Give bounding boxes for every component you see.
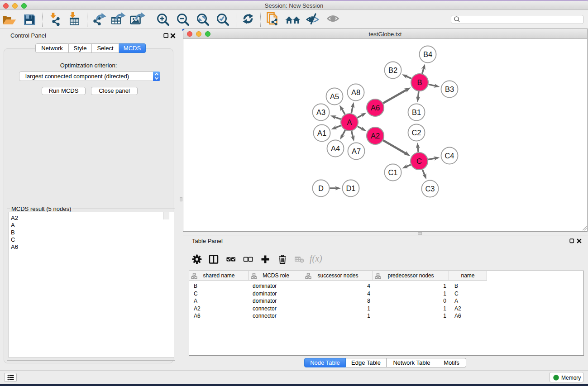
- svg-text:C3: C3: [425, 185, 435, 193]
- svg-text:C2: C2: [411, 129, 421, 137]
- svg-text:B2: B2: [388, 66, 397, 74]
- svg-text:A7: A7: [352, 147, 361, 155]
- svg-text:A5: A5: [330, 92, 339, 100]
- svg-text:A4: A4: [331, 144, 340, 152]
- svg-text:C4: C4: [445, 152, 454, 160]
- svg-text:A: A: [347, 118, 352, 126]
- svg-text:B: B: [417, 78, 422, 86]
- svg-text:A6: A6: [371, 104, 380, 112]
- svg-text:A3: A3: [316, 108, 325, 116]
- svg-text:C: C: [416, 157, 422, 165]
- svg-text:D: D: [318, 184, 324, 192]
- svg-text:A1: A1: [317, 129, 326, 137]
- svg-text:B1: B1: [412, 108, 421, 116]
- svg-text:C1: C1: [388, 168, 397, 176]
- svg-text:A2: A2: [371, 132, 380, 140]
- svg-text:B3: B3: [445, 85, 454, 93]
- svg-text:A8: A8: [351, 88, 360, 96]
- svg-text:D1: D1: [346, 184, 355, 192]
- svg-text:B4: B4: [423, 50, 432, 58]
